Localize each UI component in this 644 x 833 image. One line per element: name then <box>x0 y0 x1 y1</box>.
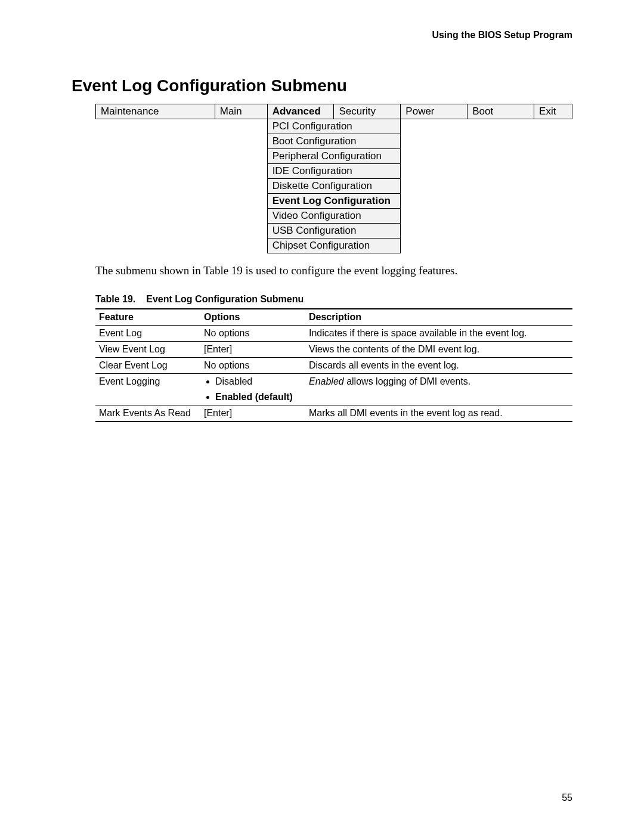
feat-cell-3-option-0-text: Disabled <box>215 376 252 387</box>
feat-cell-4-options: [Enter] <box>200 405 305 422</box>
menu-tab-5: Boot <box>467 104 534 119</box>
submenu-item-5: Event Log Configuration <box>267 194 401 209</box>
menu-tab-2: Advanced <box>267 104 334 119</box>
submenu-item-8: Chipset Configuration <box>267 239 401 253</box>
feat-cell-3b-desc <box>305 389 572 405</box>
menu-tab-3: Security <box>334 104 401 119</box>
intro-paragraph: The submenu shown in Table 19 is used to… <box>95 264 572 277</box>
page-title: Event Log Configuration Submenu <box>72 76 572 95</box>
bullet-icon <box>206 396 209 399</box>
feat-cell-2-options: No options <box>200 358 305 374</box>
feat-cell-0-feature: Event Log <box>95 326 200 342</box>
menu-tab-1: Main <box>215 104 267 119</box>
menu-tab-4: Power <box>401 104 467 119</box>
table-caption-num: Table 19. <box>95 294 135 304</box>
feat-header-1: Options <box>200 309 305 326</box>
feat-cell-1-options: [Enter] <box>200 342 305 358</box>
feat-cell-3b-feature <box>95 389 200 405</box>
feat-cell-2-desc: Discards all events in the event log. <box>305 358 572 374</box>
submenu-item-2: Peripheral Configuration <box>267 149 401 164</box>
submenu-item-4: Diskette Configuration <box>267 179 401 194</box>
feat-cell-3-option-1: Enabled (default) <box>200 389 305 405</box>
feat-cell-3-feature: Event Logging <box>95 374 200 390</box>
feat-cell-3-option-0: Disabled <box>200 374 305 390</box>
bullet-icon <box>206 380 209 383</box>
submenu-item-6: Video Configuration <box>267 209 401 224</box>
desc-rest: allows logging of DMI events. <box>344 376 471 386</box>
feat-cell-3-option-1-text: Enabled (default) <box>215 392 293 402</box>
menu-tab-6: Exit <box>534 104 572 119</box>
feat-header-0: Feature <box>95 309 200 326</box>
feat-cell-0-options: No options <box>200 326 305 342</box>
table-caption-title: Event Log Configuration Submenu <box>146 294 304 304</box>
feat-cell-4-feature: Mark Events As Read <box>95 405 200 422</box>
submenu-item-0: PCI Configuration <box>267 119 401 134</box>
feature-table: Feature Options Description Event Log No… <box>95 308 572 422</box>
page-number: 55 <box>562 792 572 803</box>
submenu-item-1: Boot Configuration <box>267 134 401 149</box>
desc-italic-prefix: Enabled <box>309 376 344 386</box>
feat-cell-0-desc: Indicates if there is space available in… <box>305 326 572 342</box>
feat-cell-1-feature: View Event Log <box>95 342 200 358</box>
feat-header-2: Description <box>305 309 572 326</box>
running-head: Using the BIOS Setup Program <box>72 30 572 41</box>
feat-cell-3-desc: Enabled allows logging of DMI events. <box>305 374 572 390</box>
menu-tab-0: Maintenance <box>96 104 215 119</box>
table-caption: Table 19.Event Log Configuration Submenu <box>95 294 572 305</box>
submenu-item-3: IDE Configuration <box>267 164 401 179</box>
feat-cell-1-desc: Views the contents of the DMI event log. <box>305 342 572 358</box>
bios-menu-table: Maintenance Main Advanced Security Power… <box>95 104 572 253</box>
submenu-item-7: USB Configuration <box>267 224 401 239</box>
feat-cell-4-desc: Marks all DMI events in the event log as… <box>305 405 572 422</box>
feat-cell-2-feature: Clear Event Log <box>95 358 200 374</box>
